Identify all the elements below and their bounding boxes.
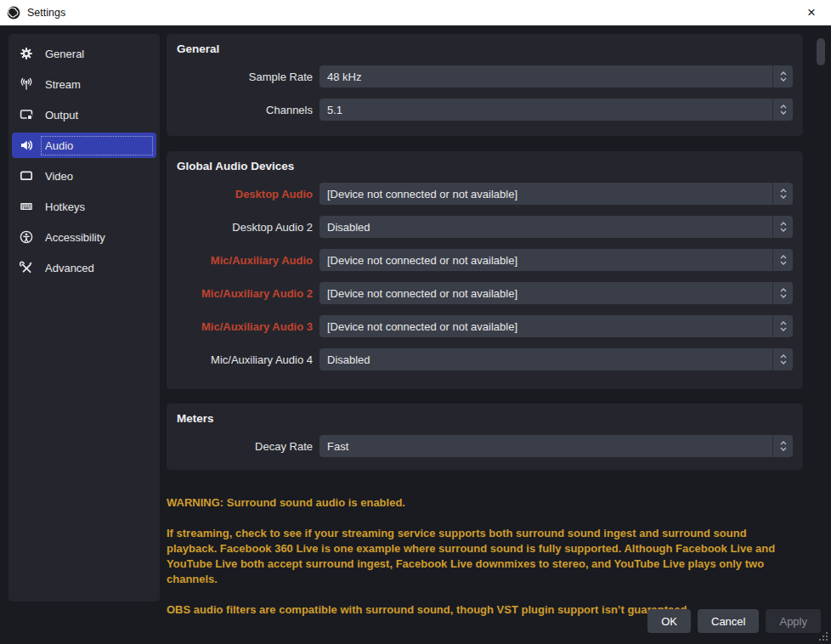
chevron-up-icon	[780, 354, 787, 359]
section-title: General	[177, 42, 793, 55]
sidebar-item-label: Output	[41, 105, 153, 125]
section-general: General Sample Rate 48 kHz Channels 5.1	[167, 34, 803, 136]
sidebar-item-output[interactable]: Output	[12, 102, 156, 127]
row-label: Desktop Audio 2	[177, 221, 319, 234]
row-label: Mic/Auxiliary Audio	[177, 254, 319, 267]
mic-aux-audio-3-combobox[interactable]: [Device not connected or not available]	[319, 315, 793, 337]
desktop-audio-combobox[interactable]: [Device not connected or not available]	[319, 183, 793, 205]
setting-row: Desktop Audio [Device not connected or n…	[177, 183, 793, 205]
section-title: Meters	[177, 412, 793, 425]
sidebar-item-audio[interactable]: Audio	[12, 133, 156, 158]
spinner-buttons[interactable]	[772, 216, 793, 238]
chevron-down-icon	[780, 228, 787, 232]
sidebar-item-label: Video	[41, 167, 153, 186]
chevron-up-icon	[780, 105, 787, 109]
speaker-icon	[20, 138, 33, 152]
sidebar-item-label: General	[41, 44, 153, 64]
row-label: Mic/Auxiliary Audio 2	[177, 287, 319, 300]
apply-button[interactable]: Apply	[766, 609, 821, 633]
scrollbar-thumb[interactable]	[817, 38, 825, 65]
spinner-buttons[interactable]	[772, 282, 793, 304]
chevron-down-icon	[780, 360, 787, 364]
spinner-buttons[interactable]	[772, 99, 793, 121]
section-title: Global Audio Devices	[177, 160, 793, 172]
setting-row: Mic/Auxiliary Audio 2 [Device not connec…	[177, 282, 793, 304]
chevron-down-icon	[780, 110, 787, 115]
mic-aux-audio-combobox[interactable]: [Device not connected or not available]	[319, 249, 793, 271]
chevron-up-icon	[780, 321, 787, 325]
row-label: Channels	[177, 104, 319, 116]
setting-row: Mic/Auxiliary Audio 3 [Device not connec…	[177, 315, 793, 337]
settings-content: General Sample Rate 48 kHz Channels 5.1	[167, 34, 803, 618]
setting-row: Decay Rate Fast	[177, 435, 793, 457]
cancel-button[interactable]: Cancel	[698, 609, 759, 633]
setting-row: Mic/Auxiliary Audio [Device not connecte…	[177, 249, 793, 271]
chevron-up-icon	[780, 222, 787, 226]
ok-button[interactable]: OK	[647, 609, 691, 633]
chevron-down-icon	[780, 261, 787, 265]
mic-aux-audio-4-combobox[interactable]: Disabled	[319, 348, 793, 370]
sidebar-item-video[interactable]: Video	[12, 163, 156, 189]
sidebar-item-label: Audio	[41, 136, 153, 155]
sidebar-item-stream[interactable]: Stream	[12, 71, 156, 97]
sidebar-item-advanced[interactable]: Advanced	[12, 255, 156, 280]
setting-row: Mic/Auxiliary Audio 4 Disabled	[177, 348, 793, 370]
monitor-icon	[20, 169, 33, 183]
combo-value: 48 kHz	[319, 71, 772, 83]
chevron-down-icon	[780, 294, 787, 298]
gear-icon	[20, 47, 33, 60]
combo-value: Disabled	[319, 353, 772, 366]
sidebar-item-accessibility[interactable]: Accessibility	[12, 224, 156, 250]
combo-value: Disabled	[319, 221, 772, 234]
chevron-down-icon	[780, 327, 787, 331]
setting-row: Sample Rate 48 kHz	[177, 65, 793, 88]
obs-logo-icon	[7, 6, 20, 20]
warning-line: WARNING: Surround sound audio is enabled…	[167, 495, 800, 511]
resize-grip[interactable]	[819, 632, 828, 641]
sidebar-item-label: Hotkeys	[41, 197, 153, 217]
spinner-buttons[interactable]	[772, 435, 793, 457]
desktop-audio-2-combobox[interactable]: Disabled	[319, 216, 793, 238]
broadcast-icon	[20, 77, 33, 91]
surround-sound-warning: WARNING: Surround sound audio is enabled…	[167, 495, 803, 618]
setting-row: Channels 5.1	[177, 99, 793, 121]
chevron-up-icon	[780, 255, 787, 259]
dialog-buttons: OK Cancel Apply	[647, 609, 821, 633]
chevron-up-icon	[780, 288, 787, 292]
combo-value: [Device not connected or not available]	[319, 254, 772, 267]
chevron-up-icon	[780, 71, 787, 76]
sidebar-item-label: Stream	[41, 75, 153, 94]
row-label: Decay Rate	[177, 440, 319, 453]
sidebar-item-general[interactable]: General	[12, 41, 156, 66]
chevron-up-icon	[780, 441, 787, 445]
spinner-buttons[interactable]	[772, 315, 793, 337]
chevron-down-icon	[780, 447, 787, 451]
output-icon	[20, 108, 33, 121]
vertical-scrollbar[interactable]	[816, 34, 826, 484]
titlebar: Settings ×	[0, 0, 831, 25]
sidebar-item-label: Advanced	[41, 258, 153, 278]
combo-value: [Device not connected or not available]	[319, 320, 772, 333]
section-global-audio-devices: Global Audio Devices Desktop Audio [Devi…	[167, 151, 803, 389]
decay-rate-combobox[interactable]: Fast	[319, 435, 793, 457]
sidebar-item-hotkeys[interactable]: Hotkeys	[12, 194, 156, 219]
chevron-down-icon	[780, 195, 787, 199]
combo-value: [Device not connected or not available]	[319, 287, 772, 300]
spinner-buttons[interactable]	[772, 249, 793, 271]
row-label: Desktop Audio	[177, 188, 319, 201]
combo-value: [Device not connected or not available]	[319, 188, 772, 201]
combo-value: Fast	[319, 440, 772, 453]
spinner-buttons[interactable]	[772, 348, 793, 370]
row-label: Mic/Auxiliary Audio 3	[177, 320, 319, 333]
chevron-down-icon	[780, 77, 787, 82]
spinner-buttons[interactable]	[772, 183, 793, 205]
channels-combobox[interactable]: 5.1	[319, 99, 793, 121]
settings-dialog-body: General Stream Output	[0, 26, 831, 644]
mic-aux-audio-2-combobox[interactable]: [Device not connected or not available]	[319, 282, 793, 304]
spinner-buttons[interactable]	[772, 65, 793, 88]
tools-icon	[20, 261, 33, 274]
close-button[interactable]: ×	[792, 0, 831, 25]
sample-rate-combobox[interactable]: 48 kHz	[319, 65, 793, 88]
combo-value: 5.1	[319, 104, 772, 116]
section-meters: Meters Decay Rate Fast	[167, 404, 803, 470]
